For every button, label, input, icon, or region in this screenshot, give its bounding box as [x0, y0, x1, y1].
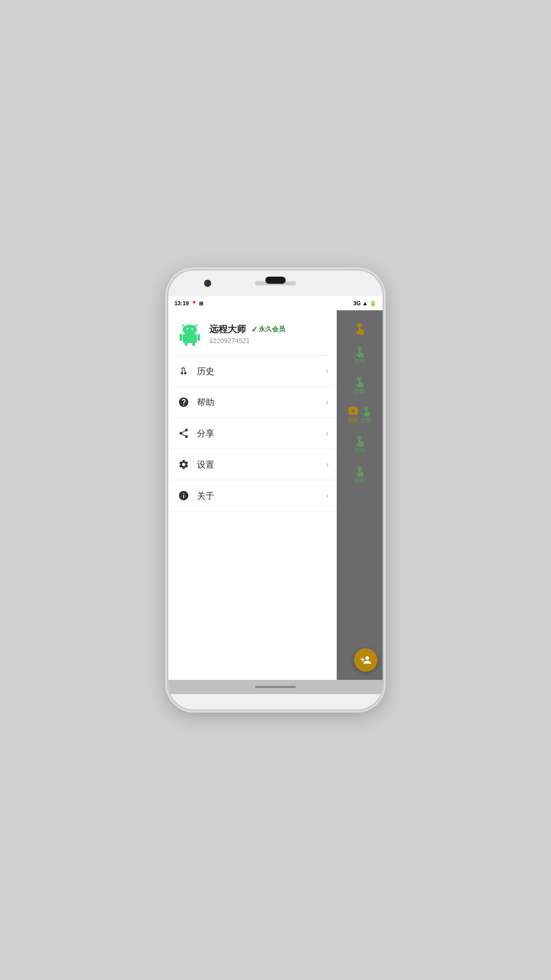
- battery-icon: 🔋: [369, 300, 377, 307]
- vip-label: 永久会员: [259, 325, 285, 334]
- phone-bottom-bezel: [168, 694, 383, 709]
- home-indicator: [255, 686, 296, 688]
- touch-green-icon-3: [354, 434, 366, 447]
- vip-v-icon: ✓: [251, 325, 258, 334]
- add-contact-fab[interactable]: [354, 648, 378, 672]
- phone-top-bezel: [168, 271, 383, 296]
- status-bar: 13:19 📍 ⊞ 3G ▲ 🔋: [168, 296, 383, 310]
- android-logo: [177, 321, 203, 347]
- control-4-label: 控制: [354, 477, 365, 484]
- vip-badge: ✓ 永久会员: [251, 325, 285, 334]
- control-3-label: 控制: [354, 447, 365, 454]
- svg-rect-6: [180, 334, 182, 341]
- sidebar-item-control-4[interactable]: 控制: [337, 459, 383, 489]
- app-content: 远程大师 ✓ 永久会员 12209274521: [168, 310, 383, 680]
- main-panel: 远程大师 ✓ 永久会员 12209274521: [168, 310, 337, 680]
- status-left: 13:19 📍 ⊞: [174, 300, 203, 306]
- add-contact-icon: [360, 654, 371, 666]
- status-right: 3G ▲ 🔋: [353, 300, 377, 307]
- about-chevron: ›: [326, 491, 329, 500]
- front-camera-pill: [265, 277, 286, 284]
- share-icon: [177, 426, 191, 440]
- settings-icon: [177, 457, 191, 472]
- profile-name: 远程大师: [209, 323, 246, 335]
- menu-item-help[interactable]: 帮助 ›: [168, 387, 337, 418]
- menu-item-about[interactable]: 关于 ›: [168, 480, 337, 511]
- camera-control-label: 控制: [361, 416, 372, 424]
- sidebar-item-control-top[interactable]: [337, 314, 383, 340]
- settings-label: 设置: [197, 459, 326, 471]
- profile-info: 远程大师 ✓ 永久会员 12209274521: [209, 323, 285, 345]
- network-label: 3G: [353, 300, 361, 306]
- touch-green-icon-1: [354, 345, 366, 357]
- touch-green-icon-cam-row: [361, 405, 372, 416]
- footprint-icon: [177, 364, 191, 378]
- profile-id: 12209274521: [209, 337, 285, 345]
- sidebar-item-control-1[interactable]: 控制: [337, 340, 383, 370]
- camera-label: 相机: [347, 416, 359, 424]
- menu-item-settings[interactable]: 设置 ›: [168, 449, 337, 480]
- menu-item-share[interactable]: 分享 ›: [168, 418, 337, 449]
- svg-rect-8: [185, 342, 187, 346]
- scan-icon: ⊞: [199, 301, 203, 306]
- profile-section: 远程大师 ✓ 永久会员 12209274521: [168, 310, 337, 355]
- share-label: 分享: [197, 428, 326, 439]
- svg-rect-5: [183, 334, 197, 343]
- menu-list: 历史 › 帮助 ›: [168, 356, 337, 680]
- about-label: 关于: [197, 490, 326, 502]
- svg-point-4: [192, 328, 193, 330]
- settings-chevron: ›: [326, 460, 329, 469]
- share-chevron: ›: [326, 429, 329, 438]
- touch-gold-icon-top: [353, 322, 366, 335]
- camera-hole: [204, 280, 211, 287]
- menu-item-history[interactable]: 历史 ›: [168, 356, 337, 387]
- time-display: 13:19: [174, 300, 189, 306]
- phone-screen: 13:19 📍 ⊞ 3G ▲ 🔋: [168, 296, 383, 694]
- info-icon: [177, 488, 191, 503]
- touch-green-icon-4: [354, 464, 366, 477]
- bottom-bar: [168, 680, 383, 694]
- sidebar-item-control-2[interactable]: 控制: [337, 370, 383, 400]
- history-chevron: ›: [326, 366, 329, 376]
- help-chevron: ›: [326, 398, 329, 407]
- control-1-label: 控制: [354, 357, 365, 365]
- svg-rect-7: [197, 334, 200, 341]
- help-icon: [177, 395, 191, 409]
- control-2-label: 控制: [354, 387, 365, 395]
- camera-icon: [347, 405, 359, 416]
- touch-green-icon-2: [354, 375, 366, 387]
- svg-rect-9: [192, 342, 195, 346]
- right-sidebar: 控制 控制 相机: [337, 310, 383, 680]
- help-label: 帮助: [197, 397, 326, 408]
- location-icon: 📍: [191, 301, 197, 306]
- svg-point-3: [187, 328, 188, 330]
- history-label: 历史: [197, 365, 326, 377]
- phone-device: 13:19 📍 ⊞ 3G ▲ 🔋: [168, 271, 383, 709]
- profile-name-row: 远程大师 ✓ 永久会员: [209, 323, 285, 335]
- sidebar-item-camera-control[interactable]: 相机 控制: [337, 400, 383, 429]
- sidebar-item-control-3[interactable]: 控制: [337, 429, 383, 459]
- svg-point-2: [183, 325, 197, 335]
- signal-icon: ▲: [362, 300, 368, 306]
